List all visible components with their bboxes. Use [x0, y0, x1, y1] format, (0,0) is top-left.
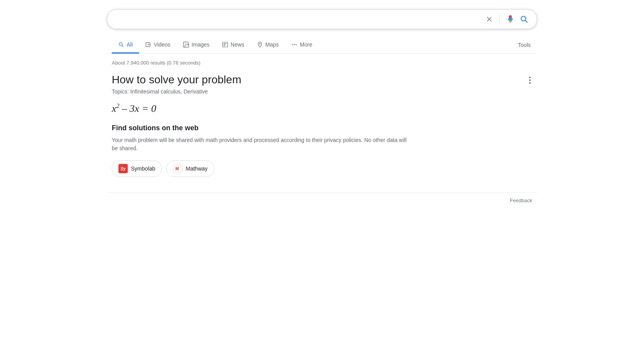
all-tab-icon: [118, 41, 124, 48]
mathway-button[interactable]: M Mathway: [166, 160, 214, 177]
search-tabs: All Videos Images: [107, 37, 537, 54]
tab-more-label: More: [300, 41, 312, 48]
svg-point-16: [294, 44, 295, 45]
search-bar: find the derivative of x^2-3x=0: [107, 9, 537, 29]
svg-point-14: [259, 43, 260, 44]
svg-point-17: [296, 44, 297, 45]
tab-maps[interactable]: Maps: [250, 37, 285, 54]
math-formula: x2 – 3x = 0: [112, 102, 532, 115]
more-options-button[interactable]: [528, 75, 532, 85]
tab-all-label: All: [127, 41, 133, 48]
tab-news[interactable]: News: [216, 37, 250, 54]
tools-label: Tools: [518, 42, 531, 48]
search-submit-icon[interactable]: [519, 14, 529, 24]
svg-marker-7: [148, 44, 150, 45]
mathway-icon: M: [173, 164, 182, 173]
dot: [529, 77, 531, 78]
tab-images[interactable]: Images: [177, 37, 216, 54]
more-icon: [291, 41, 297, 48]
featured-card: How to solve your problem Topics: Infini…: [112, 74, 532, 177]
svg-text:M: M: [175, 166, 179, 171]
results-count: About 7,940,000 results (0.78 seconds): [112, 60, 532, 66]
dot: [529, 79, 531, 81]
results-area: About 7,940,000 results (0.78 seconds) H…: [107, 54, 537, 177]
maps-icon: [257, 41, 263, 48]
symbolab-button[interactable]: Sy Symbolab: [112, 160, 162, 177]
tab-images-label: Images: [191, 41, 209, 48]
feedback-row: Feedback: [107, 192, 537, 203]
find-solutions-title: Find solutions on the web: [112, 124, 532, 132]
dot: [529, 82, 531, 84]
mathway-label: Mathway: [186, 165, 208, 172]
image-icon: [183, 41, 189, 48]
search-bar-icons: [485, 14, 529, 25]
clear-icon[interactable]: [485, 15, 493, 23]
voice-search-icon[interactable]: [506, 15, 515, 23]
find-solutions-desc: Your math problem will be shared with ma…: [112, 136, 409, 153]
feedback-link[interactable]: Feedback: [510, 198, 532, 203]
tab-more[interactable]: More: [285, 37, 318, 54]
provider-buttons: Sy Symbolab M Mathway: [112, 160, 532, 177]
symbolab-label: Symbolab: [131, 165, 155, 172]
tab-maps-label: Maps: [265, 41, 279, 48]
svg-point-9: [185, 43, 186, 44]
video-icon: [145, 41, 152, 48]
tab-news-label: News: [231, 41, 244, 48]
featured-title: How to solve your problem: [112, 74, 532, 86]
featured-topics: Topics: Infinitesimal calculus, Derivati…: [112, 88, 532, 95]
news-icon: [222, 41, 228, 48]
tools-button[interactable]: Tools: [512, 37, 537, 53]
svg-line-5: [122, 45, 123, 47]
svg-line-3: [525, 20, 527, 22]
tab-videos-label: Videos: [154, 41, 171, 48]
tab-all[interactable]: All: [112, 37, 139, 54]
tab-videos[interactable]: Videos: [139, 37, 177, 54]
search-input[interactable]: find the derivative of x^2-3x=0: [115, 15, 485, 23]
svg-point-15: [292, 44, 293, 45]
search-divider: [499, 14, 500, 25]
symbolab-icon: Sy: [118, 164, 128, 173]
